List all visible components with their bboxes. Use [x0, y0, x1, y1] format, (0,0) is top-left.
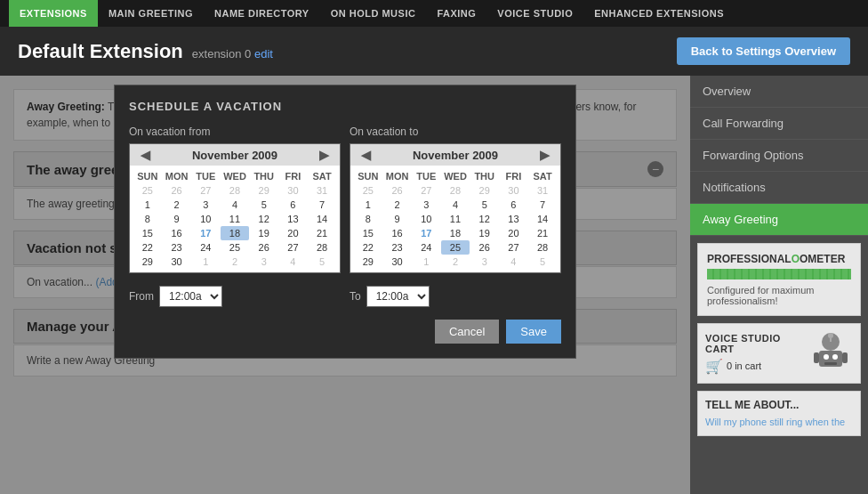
from-cal-cell[interactable]: 24 [191, 240, 220, 255]
from-cal-cell[interactable]: 27 [191, 183, 220, 198]
to-cal-cell-today[interactable]: 17 [412, 226, 440, 240]
from-cal-cell[interactable]: 3 [191, 198, 220, 212]
from-cal-cell[interactable]: 29 [250, 183, 278, 198]
from-cal-cell[interactable]: 25 [133, 183, 162, 198]
to-cal-cell[interactable]: 12 [470, 212, 499, 226]
nav-item-faxing[interactable]: FAXING [426, 0, 486, 27]
from-cal-cell[interactable]: 30 [279, 183, 308, 198]
from-cal-cell[interactable]: 26 [163, 183, 191, 198]
from-cal-cell[interactable]: 20 [279, 226, 308, 240]
to-cal-cell[interactable]: 13 [500, 212, 528, 226]
to-cal-cell-selected[interactable]: 25 [441, 240, 470, 255]
from-cal-cell[interactable]: 4 [279, 255, 308, 269]
to-cal-cell[interactable]: 1 [354, 198, 382, 212]
from-cal-cell-today[interactable]: 17 [191, 226, 220, 240]
from-cal-cell[interactable]: 1 [133, 198, 162, 212]
from-cal-cell[interactable]: 11 [221, 212, 249, 226]
from-cal-cell[interactable]: 28 [308, 240, 336, 255]
from-cal-cell[interactable]: 6 [279, 198, 308, 212]
to-cal-cell[interactable]: 3 [412, 198, 440, 212]
to-cal-cell[interactable]: 16 [383, 226, 412, 240]
to-cal-cell[interactable]: 22 [354, 240, 382, 255]
to-cal-cell[interactable]: 23 [383, 240, 412, 255]
nav-item-on-hold-music[interactable]: ON HOLD MUSIC [320, 0, 427, 27]
to-cal-cell[interactable]: 14 [528, 212, 557, 226]
save-button[interactable]: Save [506, 320, 561, 344]
nav-item-voice-studio[interactable]: VOICE STUDIO [486, 0, 583, 27]
to-cal-cell[interactable]: 6 [500, 198, 528, 212]
from-cal-cell[interactable]: 2 [163, 198, 191, 212]
from-cal-cell[interactable]: 27 [279, 240, 308, 255]
to-cal-cell[interactable]: 19 [470, 226, 499, 240]
sidebar-item-notifications[interactable]: Notifications [690, 172, 868, 204]
to-cal-cell[interactable]: 9 [383, 212, 412, 226]
edit-link[interactable]: edit [254, 47, 273, 61]
to-cal-cell[interactable]: 5 [528, 255, 557, 269]
from-cal-cell[interactable]: 16 [163, 226, 191, 240]
from-cal-cell[interactable]: 21 [308, 226, 336, 240]
from-cal-cell[interactable]: 5 [308, 255, 336, 269]
tell-me-link[interactable]: Will my phone still ring when the [705, 417, 845, 427]
to-cal-cell[interactable]: 30 [500, 183, 528, 198]
from-cal-cell-selected[interactable]: 18 [221, 226, 249, 240]
to-cal-cell[interactable]: 28 [441, 183, 470, 198]
to-cal-cell[interactable]: 1 [412, 255, 440, 269]
to-cal-cell[interactable]: 26 [383, 183, 412, 198]
from-cal-cell[interactable]: 7 [308, 198, 336, 212]
to-cal-cell[interactable]: 11 [441, 212, 470, 226]
from-cal-cell[interactable]: 8 [133, 212, 162, 226]
from-cal-cell[interactable]: 28 [221, 183, 249, 198]
from-cal-cell[interactable]: 5 [250, 198, 278, 212]
to-cal-cell[interactable]: 24 [412, 240, 440, 255]
to-cal-cell[interactable]: 29 [470, 183, 499, 198]
to-cal-cell[interactable]: 4 [441, 198, 470, 212]
from-cal-cell[interactable]: 2 [221, 255, 249, 269]
from-cal-cell[interactable]: 26 [250, 240, 278, 255]
to-cal-cell[interactable]: 4 [500, 255, 528, 269]
from-cal-cell[interactable]: 31 [308, 183, 336, 198]
to-next-month-button[interactable]: ▶ [536, 148, 553, 162]
to-cal-cell[interactable]: 2 [383, 198, 412, 212]
from-cal-cell[interactable]: 12 [250, 212, 278, 226]
from-cal-cell[interactable]: 1 [191, 255, 220, 269]
to-cal-cell[interactable]: 27 [412, 183, 440, 198]
from-cal-cell[interactable]: 23 [163, 240, 191, 255]
nav-item-main-greeting[interactable]: MAIN GREETING [98, 0, 204, 27]
from-cal-cell[interactable]: 22 [133, 240, 162, 255]
to-prev-month-button[interactable]: ◀ [358, 148, 374, 162]
to-cal-cell[interactable]: 2 [441, 255, 470, 269]
to-cal-cell[interactable]: 10 [412, 212, 440, 226]
from-cal-cell[interactable]: 10 [191, 212, 220, 226]
to-cal-cell[interactable]: 20 [500, 226, 528, 240]
to-cal-cell[interactable]: 31 [528, 183, 557, 198]
nav-item-extensions[interactable]: EXTENSIONS [9, 0, 98, 27]
from-cal-cell[interactable]: 29 [133, 255, 162, 269]
from-next-month-button[interactable]: ▶ [316, 148, 333, 162]
from-time-select[interactable]: 12:00a [159, 286, 222, 307]
back-to-settings-button[interactable]: Back to Settings Overview [677, 37, 850, 65]
nav-item-enhanced-extensions[interactable]: ENHANCED EXTENSIONS [583, 0, 735, 27]
from-prev-month-button[interactable]: ◀ [137, 148, 154, 162]
from-cal-cell[interactable]: 15 [133, 226, 162, 240]
from-cal-cell[interactable]: 13 [279, 212, 308, 226]
to-cal-cell[interactable]: 21 [528, 226, 557, 240]
to-cal-cell[interactable]: 15 [354, 226, 382, 240]
from-cal-cell[interactable]: 14 [308, 212, 336, 226]
to-cal-cell[interactable]: 7 [528, 198, 557, 212]
to-cal-cell[interactable]: 3 [470, 255, 499, 269]
from-cal-cell[interactable]: 3 [250, 255, 278, 269]
from-cal-cell[interactable]: 25 [221, 240, 249, 255]
sidebar-item-forwarding-options[interactable]: Forwarding Options [690, 140, 868, 172]
cancel-button[interactable]: Cancel [435, 320, 499, 344]
to-cal-cell[interactable]: 8 [354, 212, 382, 226]
from-cal-cell[interactable]: 9 [163, 212, 191, 226]
to-cal-cell[interactable]: 5 [470, 198, 499, 212]
to-time-select[interactable]: 12:00a [366, 286, 430, 307]
to-cal-cell[interactable]: 28 [528, 240, 557, 255]
from-cal-cell[interactable]: 4 [221, 198, 249, 212]
to-cal-cell[interactable]: 29 [354, 255, 382, 269]
sidebar-item-overview[interactable]: Overview [690, 76, 868, 108]
nav-item-name-directory[interactable]: NAME DIRECTORY [204, 0, 320, 27]
sidebar-item-away-greeting[interactable]: Away Greeting [690, 204, 868, 236]
sidebar-item-call-forwarding[interactable]: Call Forwarding [690, 108, 868, 140]
